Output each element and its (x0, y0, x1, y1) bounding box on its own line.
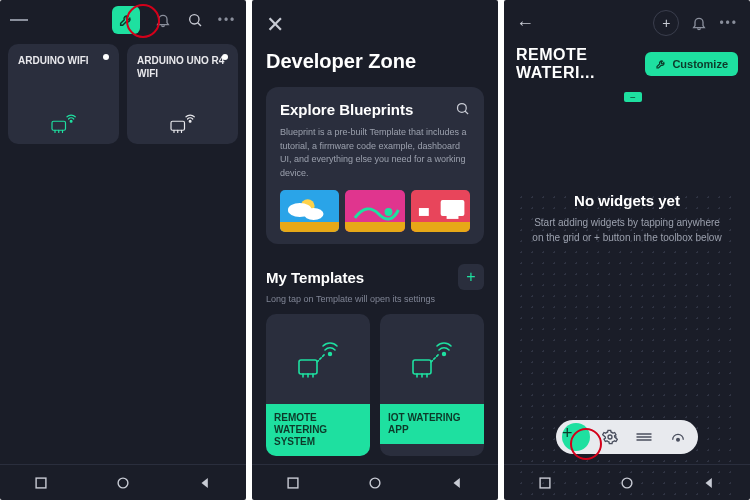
device-title: ARDUINO WIFI (18, 54, 109, 67)
toolbox-layers-icon[interactable] (627, 423, 661, 451)
customize-label: Customize (672, 58, 728, 70)
svg-rect-12 (440, 200, 464, 216)
search-icon[interactable] (186, 11, 204, 29)
template-card[interactable]: REMOTE WATERING SYSTEM (266, 314, 370, 456)
template-title: REMOTE WATERI... (516, 46, 645, 82)
svg-point-7 (458, 104, 467, 113)
svg-point-24 (622, 478, 632, 488)
svg-rect-19 (288, 478, 298, 488)
empty-subtitle: Start adding widgets by tapping anywhere… (516, 209, 738, 245)
blueprint-thumb[interactable] (411, 190, 470, 232)
blueprints-card[interactable]: Explore Blueprints Blueprint is a pre-bu… (266, 87, 484, 244)
search-icon[interactable] (455, 101, 470, 116)
svg-point-6 (118, 478, 128, 488)
svg-rect-13 (446, 216, 458, 219)
toolbox-dial-icon[interactable] (661, 423, 695, 451)
screen-template-editor: ← + ••• REMOTE WATERI... Customize − No … (504, 0, 750, 500)
svg-point-4 (189, 120, 191, 122)
menu-icon[interactable] (10, 11, 28, 29)
template-name: REMOTE WATERING SYSTEM (266, 404, 370, 456)
customize-button[interactable]: Customize (645, 52, 738, 76)
device-card[interactable]: ARDUINO WIFI (8, 44, 119, 144)
svg-rect-14 (419, 208, 429, 216)
add-template-button[interactable]: + (458, 264, 484, 290)
svg-point-2 (70, 120, 72, 122)
board-icon (168, 110, 198, 134)
blueprint-thumb[interactable] (345, 190, 404, 232)
more-icon[interactable]: ••• (719, 16, 738, 30)
blueprints-desc: Blueprint is a pre-built Template that i… (280, 126, 470, 180)
svg-point-10 (304, 208, 324, 220)
add-button[interactable]: + (653, 10, 679, 36)
android-navbar (0, 464, 246, 500)
blueprints-thumbs (280, 190, 470, 232)
nav-home-icon[interactable] (116, 476, 130, 490)
toolbox-settings-icon[interactable] (593, 423, 627, 451)
screen-devices: ••• ARDUINO WIFI ARDUINO UNO R4 WIFI (0, 0, 246, 500)
nav-recent-icon[interactable] (34, 476, 48, 490)
svg-rect-15 (299, 360, 317, 374)
status-dot (103, 54, 109, 60)
screen-developer-zone: ✕ Developer Zone Explore Blueprints Blue… (252, 0, 498, 500)
close-icon[interactable]: ✕ (266, 12, 284, 37)
nav-back-icon[interactable] (702, 476, 716, 490)
status-dot (222, 54, 228, 60)
device-card[interactable]: ARDUINO UNO R4 WIFI (127, 44, 238, 144)
bell-icon[interactable] (691, 15, 707, 31)
svg-point-21 (608, 435, 612, 439)
svg-rect-3 (171, 121, 185, 130)
topbar: ••• (0, 0, 246, 40)
back-icon[interactable]: ← (516, 13, 534, 34)
svg-rect-5 (36, 478, 46, 488)
device-title: ARDUINO UNO R4 WIFI (137, 54, 228, 80)
svg-point-20 (370, 478, 380, 488)
nav-back-icon[interactable] (450, 476, 464, 490)
template-name: IOT WATERING APP (380, 404, 484, 444)
nav-back-icon[interactable] (198, 476, 212, 490)
svg-point-11 (385, 208, 393, 216)
svg-point-0 (190, 15, 199, 24)
svg-point-18 (443, 353, 446, 356)
empty-title: No widgets yet (516, 192, 738, 209)
nav-recent-icon[interactable] (538, 476, 552, 490)
blueprints-title: Explore Blueprints (280, 101, 470, 118)
templates-hint: Long tap on Template will open its setti… (252, 290, 498, 314)
nav-home-icon[interactable] (620, 476, 634, 490)
svg-rect-1 (52, 121, 66, 130)
svg-rect-17 (413, 360, 431, 374)
board-icon (49, 110, 79, 134)
svg-point-22 (677, 438, 680, 441)
more-icon[interactable]: ••• (218, 11, 236, 29)
nav-recent-icon[interactable] (286, 476, 300, 490)
toolbox-pill: + (556, 420, 698, 454)
android-navbar (504, 464, 750, 500)
toolbox-add-button[interactable]: + (559, 423, 593, 451)
page-title: Developer Zone (266, 50, 484, 73)
nav-home-icon[interactable] (368, 476, 382, 490)
dev-zone-button[interactable] (112, 6, 140, 34)
svg-rect-23 (540, 478, 550, 488)
svg-point-16 (329, 353, 332, 356)
template-cards: REMOTE WATERING SYSTEM IOT WATERING APP (252, 314, 498, 456)
bell-icon[interactable] (154, 11, 172, 29)
template-card[interactable]: IOT WATERING APP (380, 314, 484, 456)
collapse-handle[interactable]: − (624, 92, 642, 102)
blueprint-thumb[interactable] (280, 190, 339, 232)
my-templates-title: My Templates (266, 269, 364, 286)
device-cards: ARDUINO WIFI ARDUINO UNO R4 WIFI (0, 44, 246, 144)
android-navbar (252, 464, 498, 500)
